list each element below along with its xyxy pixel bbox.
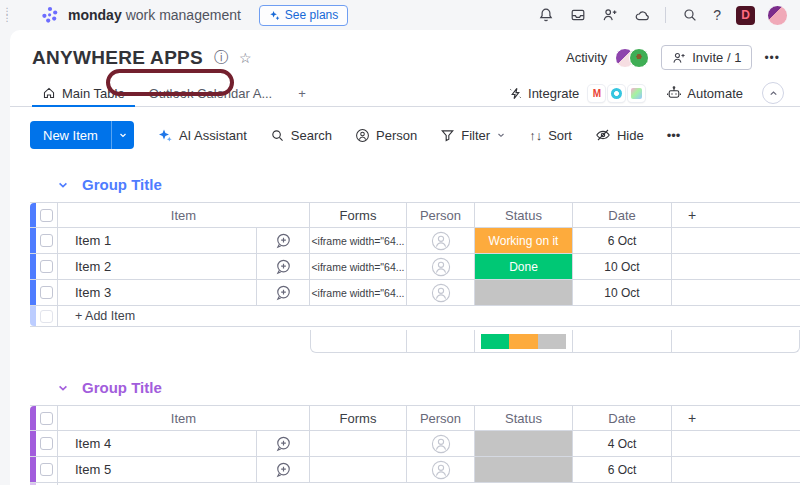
empty-cell[interactable] — [672, 431, 800, 456]
board-menu-button[interactable]: ••• — [764, 51, 780, 65]
open-updates-button[interactable] — [257, 457, 310, 482]
funnel-icon — [440, 128, 455, 143]
add-item-row[interactable]: + Add Item — [30, 306, 800, 327]
board-info-icon[interactable]: ⓘ — [214, 49, 228, 67]
apps-marketplace-icon[interactable] — [633, 7, 650, 24]
status-distribution-cell[interactable] — [475, 330, 573, 352]
column-header-person[interactable]: Person — [407, 406, 475, 430]
column-header-status[interactable]: Status — [475, 406, 573, 430]
item-name-cell[interactable]: Item 1 — [58, 228, 257, 253]
add-item-button[interactable]: + Add Item — [58, 306, 800, 326]
column-header-forms[interactable]: Forms — [310, 203, 407, 227]
drag-handle-icon[interactable]: ⋮⋮ — [2, 8, 12, 22]
row-checkbox[interactable] — [36, 280, 58, 305]
integrate-button[interactable]: Integrate — [508, 86, 579, 101]
status-cell[interactable]: Working on it — [475, 228, 573, 253]
forms-cell[interactable] — [310, 431, 407, 456]
person-cell[interactable] — [407, 431, 475, 456]
new-item-button[interactable]: New Item — [30, 121, 134, 149]
see-plans-button[interactable]: See plans — [259, 5, 348, 26]
open-updates-button[interactable] — [257, 228, 310, 253]
invite-members-icon[interactable] — [601, 7, 618, 24]
status-cell[interactable] — [475, 457, 573, 482]
user-avatar[interactable] — [767, 5, 788, 26]
status-cell[interactable] — [475, 280, 573, 305]
column-header-forms[interactable]: Forms — [310, 406, 407, 430]
row-checkbox[interactable] — [36, 431, 58, 456]
open-updates-button[interactable] — [257, 280, 310, 305]
forms-cell[interactable]: <iframe width="64... — [310, 254, 407, 279]
automate-button[interactable]: Automate — [666, 85, 743, 101]
column-header-date[interactable]: Date — [573, 203, 672, 227]
empty-cell[interactable] — [672, 457, 800, 482]
add-column-button[interactable]: + — [672, 203, 800, 227]
add-view-button[interactable]: + — [286, 80, 318, 106]
add-update-bubble-icon — [275, 258, 292, 275]
search-icon[interactable] — [681, 7, 698, 24]
monday-logo-icon[interactable] — [40, 5, 60, 25]
row-checkbox[interactable] — [36, 457, 58, 482]
teal-app-badge-icon[interactable] — [608, 85, 625, 102]
forms-cell[interactable]: <iframe width="64... — [310, 228, 407, 253]
forms-cell[interactable] — [310, 457, 407, 482]
group-2-title[interactable]: Group Title — [57, 379, 800, 396]
item-name-cell[interactable]: Item 4 — [58, 431, 257, 456]
status-cell[interactable]: Done — [475, 254, 573, 279]
item-name-cell[interactable]: Item 3 — [58, 280, 257, 305]
person-filter-button[interactable]: Person — [355, 128, 417, 143]
column-header-item[interactable]: Item — [58, 203, 310, 227]
board-title[interactable]: ANYWHERE APPS — [32, 47, 203, 69]
column-header-date[interactable]: Date — [573, 406, 672, 430]
table-row: Item 5 6 Oct — [30, 457, 800, 483]
row-checkbox[interactable] — [36, 254, 58, 279]
person-cell[interactable] — [407, 228, 475, 253]
date-cell[interactable]: 10 Oct — [573, 280, 672, 305]
empty-cell[interactable] — [672, 228, 800, 253]
activity-link[interactable]: Activity — [566, 50, 607, 65]
item-name-cell[interactable]: Item 5 — [58, 457, 257, 482]
open-updates-button[interactable] — [257, 254, 310, 279]
select-all-checkbox[interactable] — [36, 406, 58, 430]
collapse-header-button[interactable] — [762, 82, 784, 104]
favorite-star-icon[interactable]: ☆ — [239, 50, 252, 66]
empty-cell[interactable] — [672, 280, 800, 305]
group-1-title[interactable]: Group Title — [57, 176, 800, 193]
account-avatar[interactable]: D — [736, 6, 755, 25]
notifications-bell-icon[interactable] — [537, 7, 554, 24]
tab-outlook-calendar[interactable]: Outlook Calendar A... — [135, 80, 287, 106]
date-cell[interactable]: 10 Oct — [573, 254, 672, 279]
gmail-badge-icon[interactable]: M — [588, 85, 605, 102]
board-view: ANYWHERE APPS ⓘ ☆ Activity Invite / 1 ••… — [10, 30, 800, 485]
column-header-item[interactable]: Item — [58, 406, 310, 430]
date-cell[interactable]: 6 Oct — [573, 457, 672, 482]
toolbar-more-button[interactable]: ••• — [667, 128, 681, 143]
filter-button[interactable]: Filter — [440, 128, 506, 143]
row-checkbox[interactable] — [36, 228, 58, 253]
person-cell[interactable] — [407, 457, 475, 482]
column-header-status[interactable]: Status — [475, 203, 573, 227]
new-item-dropdown[interactable] — [111, 121, 134, 149]
column-header-person[interactable]: Person — [407, 203, 475, 227]
date-cell[interactable]: 4 Oct — [573, 431, 672, 456]
help-icon[interactable]: ? — [713, 7, 721, 23]
hide-button[interactable]: Hide — [595, 127, 644, 143]
select-all-checkbox[interactable] — [36, 203, 58, 227]
status-cell[interactable] — [475, 431, 573, 456]
person-cell[interactable] — [407, 254, 475, 279]
ai-assistant-button[interactable]: AI Assistant — [157, 127, 247, 143]
photos-app-badge-icon[interactable] — [628, 85, 645, 102]
search-button[interactable]: Search — [270, 128, 332, 143]
invite-button[interactable]: Invite / 1 — [661, 45, 752, 70]
open-updates-button[interactable] — [257, 431, 310, 456]
add-column-button[interactable]: + — [672, 406, 800, 430]
empty-cell[interactable] — [672, 254, 800, 279]
inbox-icon[interactable] — [569, 7, 586, 24]
person-cell[interactable] — [407, 280, 475, 305]
activity-avatars[interactable] — [615, 48, 649, 68]
tab-main-table[interactable]: Main Table — [32, 80, 135, 106]
sort-button[interactable]: ↑↓ Sort — [529, 128, 572, 143]
date-cell[interactable]: 6 Oct — [573, 228, 672, 253]
avatar[interactable] — [629, 48, 649, 68]
item-name-cell[interactable]: Item 2 — [58, 254, 257, 279]
forms-cell[interactable]: <iframe width="64... — [310, 280, 407, 305]
